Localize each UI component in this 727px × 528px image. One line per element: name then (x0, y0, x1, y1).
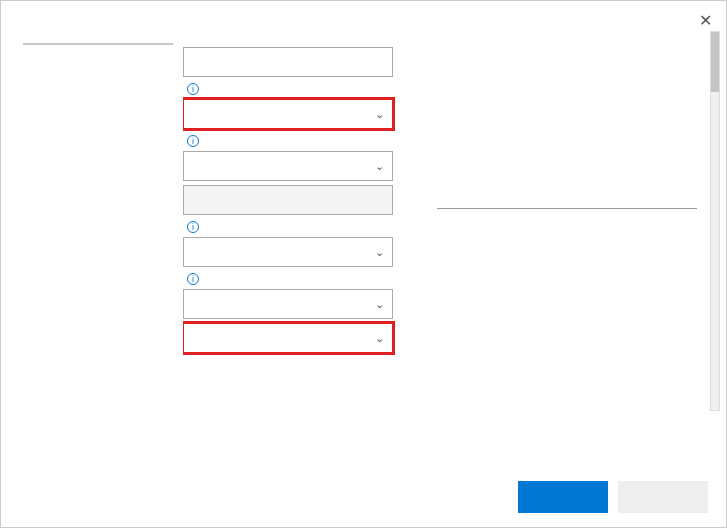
scrollbar[interactable] (710, 31, 720, 411)
aggregation-label: i (183, 135, 403, 147)
rolling-select[interactable]: ⌄ (183, 237, 393, 267)
chart-type-sidebar (23, 37, 173, 417)
sort-direction-select[interactable]: ⌄ (183, 323, 393, 353)
close-icon[interactable]: ✕ (699, 11, 712, 30)
info-icon[interactable]: i (187, 135, 199, 147)
chevron-down-icon: ⌄ (375, 108, 384, 121)
chevron-down-icon: ⌄ (375, 332, 384, 345)
sort-label: i (183, 273, 403, 285)
stackby-select[interactable]: ⌄ (183, 99, 393, 129)
ok-button[interactable] (518, 481, 608, 513)
configure-chart-dialog: ✕ i ⌄ i ⌄ i ⌄ i ⌄ ⌄ (0, 0, 727, 528)
chevron-down-icon: ⌄ (375, 246, 384, 259)
chevron-down-icon: ⌄ (375, 160, 384, 173)
chevron-down-icon: ⌄ (375, 298, 384, 311)
chart-name-input[interactable] (183, 47, 393, 77)
chart-legend (423, 272, 471, 286)
legend-swatch-ready (423, 274, 435, 286)
legend-swatch-design (455, 274, 467, 286)
count-of-input (183, 185, 393, 215)
scrollbar-thumb[interactable] (711, 32, 719, 92)
rolling-label: i (183, 221, 403, 233)
chart-options-form: i ⌄ i ⌄ i ⌄ i ⌄ ⌄ (183, 37, 403, 417)
chart-preview (413, 37, 704, 417)
cancel-button[interactable] (618, 481, 708, 513)
aggregation-select[interactable]: ⌄ (183, 151, 393, 181)
info-icon[interactable]: i (187, 221, 199, 233)
plot-area (437, 59, 697, 209)
x-axis (437, 211, 697, 261)
chart-type-list (23, 43, 173, 45)
info-icon[interactable]: i (187, 83, 199, 95)
sort-field-select[interactable]: ⌄ (183, 289, 393, 319)
info-icon[interactable]: i (187, 273, 199, 285)
stackby-label: i (183, 83, 403, 95)
